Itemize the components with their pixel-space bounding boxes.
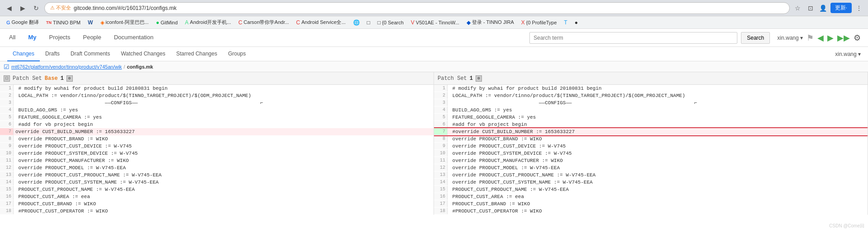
line-content: BUILD_AGO_GMS := yes xyxy=(448,106,868,113)
profile-button[interactable]: 👤 xyxy=(818,3,829,14)
line-content: override PRODUCT_CUST_SYSTEM_NAME := W-V… xyxy=(14,179,434,185)
line-number: 2 xyxy=(434,92,448,99)
line-content: PRODUCT_CUST_PRODUCT_NAME := W-V745-EEA xyxy=(14,186,434,193)
table-row: 3 ——CONFIGS—— ⌐ xyxy=(0,99,434,106)
table-row: 12 override PRODUCT_MODEL := W-V745-EEA xyxy=(0,164,434,171)
table-row: 13 override PRODUCT_CUST_PRODUCT_NAME :=… xyxy=(434,171,868,179)
table-row: 2 LOCAL_PATH := vendor/tinno/product/$(T… xyxy=(434,92,868,99)
sub-nav-right: xin.wang ▾ xyxy=(835,51,861,57)
subnav-drafts[interactable]: Drafts xyxy=(40,47,65,61)
line-number: 4 xyxy=(434,106,448,113)
line-number: 17 xyxy=(434,200,448,207)
table-row: 4 BUILD_AGO_GMS := yes xyxy=(434,106,868,114)
reload-button[interactable]: ↻ xyxy=(31,3,42,14)
table-row: 6 #add for vb project begin xyxy=(0,121,434,128)
subnav-changes[interactable]: Changes xyxy=(7,47,40,61)
bookmark-circle[interactable]: ● xyxy=(572,18,580,27)
patch-set-label-right: Patch Set xyxy=(438,75,467,82)
forward-button[interactable]: ▶ xyxy=(17,3,28,14)
nav-arrow3-icon[interactable]: ▶▶ xyxy=(837,33,850,43)
android-service-icon: C xyxy=(296,19,300,26)
bookmark-android-dev[interactable]: A Android开发手机... xyxy=(182,18,234,27)
google-translate-icon: G xyxy=(6,20,10,25)
line-number: 14 xyxy=(434,179,448,185)
line-content: override PRODUCT_BRAND := WIKO xyxy=(14,135,434,142)
subnav-draft-comments[interactable]: Draft Comments xyxy=(65,47,115,61)
user-avatar-icon[interactable]: ⚑ xyxy=(807,33,814,43)
nav-my[interactable]: My xyxy=(26,29,38,47)
line-content: #add for vb project begin xyxy=(14,121,434,128)
browser-bar: ◀ ▶ ↻ ⚠ 不安全 gitcode.tinno.com/#/c/160137… xyxy=(0,0,868,16)
subnav-groups[interactable]: Groups xyxy=(222,47,251,61)
line-content: override PRODUCT_SYSTEM_DEVICE := W-V745 xyxy=(448,150,868,157)
nav-arrow-icon[interactable]: ◀ xyxy=(817,33,824,43)
subnav-watched-changes[interactable]: Watched Changes xyxy=(115,47,170,61)
line-number: 12 xyxy=(434,164,448,171)
table-row: 18 #PRODUCT_CUST_OPERATOR := WIKO xyxy=(0,208,434,215)
line-content: # modify by wuhai for product build 2018… xyxy=(14,85,434,92)
table-row: 7override CUST_BUILD_NUMBER := 165363322… xyxy=(0,128,434,135)
bookmark-square1[interactable]: □ xyxy=(364,18,373,27)
search-input[interactable] xyxy=(529,32,737,44)
profiletype-icon: X xyxy=(521,19,525,26)
line-content: LOCAL_PATH := vendor/tinno/product/$(TIN… xyxy=(448,92,868,99)
settings-icon-left[interactable]: ⚙ xyxy=(66,75,73,82)
table-row: 15 PRODUCT_CUST_PRODUCT_NAME := W-V745-E… xyxy=(434,186,868,193)
nav-people[interactable]: People xyxy=(81,29,103,47)
star-button[interactable]: ☆ xyxy=(793,3,803,14)
ext-button[interactable]: ⊡ xyxy=(805,3,816,14)
bookmark-tinno-bpm[interactable]: TN TINNO BPM xyxy=(43,19,83,26)
line-number: 1 xyxy=(0,85,14,92)
line-content: override PRODUCT_CUST_PRODUCT_NAME := W-… xyxy=(14,171,434,178)
line-number: 7 xyxy=(434,128,448,135)
collapse-icon-left[interactable]: □ xyxy=(4,75,10,82)
search-button[interactable]: Search xyxy=(741,32,770,44)
bookmark-gitmind[interactable]: ● GitMind xyxy=(153,18,180,27)
settings-icon-right[interactable]: ⚙ xyxy=(476,75,482,82)
checkbox-icon[interactable]: ☑ xyxy=(4,63,9,70)
line-number: 10 xyxy=(434,150,448,157)
android-icon: A xyxy=(185,19,189,26)
line-number: 7 xyxy=(0,128,14,135)
jira-icon: ◆ xyxy=(467,19,471,26)
bookmark-search[interactable]: □ {0 Search xyxy=(375,18,406,27)
line-number: 1 xyxy=(434,85,448,92)
bookmark-carson[interactable]: C Carson带你学Andr... xyxy=(236,18,292,27)
line-content: PRODUCT_CUST_BRAND := WIKO xyxy=(14,200,434,207)
bookmark-v501ae[interactable]: V V501AE - TinnoW... xyxy=(408,18,462,27)
bookmark-jira[interactable]: ◆ 登录 - TINNO JIRA xyxy=(464,18,517,27)
bookmark-iconfont[interactable]: ◈ iconfont-阿里巴巴... xyxy=(98,18,151,27)
square1-icon: □ xyxy=(367,19,370,26)
line-number: 3 xyxy=(0,99,14,106)
diff-header-right: Patch Set 1 ⚙ xyxy=(434,72,868,85)
bookmark-web1[interactable]: 🌐 xyxy=(350,18,363,27)
breadcrumb-file: configs.mk xyxy=(127,64,153,69)
subnav-starred-changes[interactable]: Starred Changes xyxy=(171,47,223,61)
update-button[interactable]: 更新· xyxy=(830,3,852,13)
back-button[interactable]: ◀ xyxy=(4,3,14,14)
bookmark-label: Google 翻译 xyxy=(12,19,39,26)
line-content: override PRODUCT_CUST_DEVICE := W-V745 xyxy=(14,143,434,149)
bookmark-twitter[interactable]: T xyxy=(561,18,570,27)
bookmarks-bar: G Google 翻译 TN TINNO BPM W ◈ iconfont-阿里… xyxy=(0,16,868,29)
bookmark-word[interactable]: W xyxy=(85,18,95,27)
line-number: 13 xyxy=(434,171,448,178)
breadcrumb-path[interactable]: mt6762r/platform/vendor/tinno/product/v7… xyxy=(11,64,122,69)
nav-projects[interactable]: Projects xyxy=(47,29,72,47)
table-row: 10 override PRODUCT_SYSTEM_DEVICE := W-V… xyxy=(434,150,868,157)
line-content: #override CUST_BUILD_NUMBER := 165363322… xyxy=(448,128,868,135)
table-row: 9 override PRODUCT_CUST_DEVICE := W-V745 xyxy=(434,143,868,150)
user-menu[interactable]: xin.wang ▾ xyxy=(777,35,803,41)
web1-icon: 🌐 xyxy=(353,19,360,26)
nav-all[interactable]: All xyxy=(7,29,17,47)
nav-documentation[interactable]: Documentation xyxy=(112,29,155,47)
line-content: # modify by wuhai for product build 2018… xyxy=(448,85,868,92)
menu-button[interactable]: ⋮ xyxy=(854,3,864,14)
bookmark-profiletype[interactable]: X {0 ProfileType xyxy=(519,18,560,27)
settings-icon[interactable]: ⚙ xyxy=(854,33,861,43)
bookmark-android-service[interactable]: C Android Service全... xyxy=(293,18,349,27)
bookmark-label: V501AE - TinnoW... xyxy=(416,20,459,25)
sub-nav: Changes Drafts Draft Comments Watched Ch… xyxy=(0,47,868,61)
bookmark-google-translate[interactable]: G Google 翻译 xyxy=(4,18,42,27)
nav-arrow2-icon[interactable]: ▶ xyxy=(827,33,834,43)
